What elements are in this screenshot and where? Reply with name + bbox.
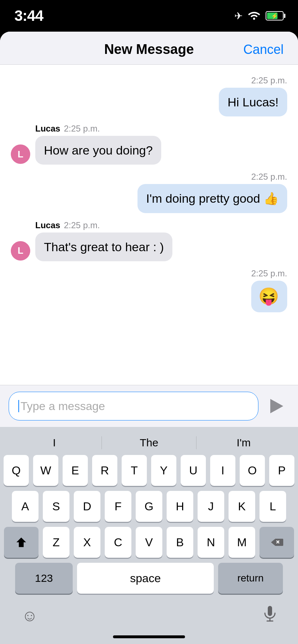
numbers-key[interactable]: 123 xyxy=(15,563,73,594)
home-indicator xyxy=(113,635,185,638)
message-bubble: That's great to hear : ) xyxy=(35,233,172,261)
message-content: Lucas 2:25 p.m. That's great to hear : ) xyxy=(35,220,172,261)
message-meta: 2:25 p.m. xyxy=(137,172,287,182)
emoji-icon[interactable]: ☺ xyxy=(22,607,38,625)
status-time: 3:44 xyxy=(14,7,43,24)
message-time: 2:25 p.m. xyxy=(64,124,100,134)
placeholder-text: Type a message xyxy=(21,400,105,413)
key-q[interactable]: Q xyxy=(4,455,29,486)
backspace-key[interactable] xyxy=(259,527,294,558)
key-w[interactable]: W xyxy=(33,455,58,486)
svg-rect-0 xyxy=(268,606,272,616)
header: New Message Cancel xyxy=(0,32,298,65)
key-o[interactable]: O xyxy=(240,455,265,486)
key-d[interactable]: D xyxy=(74,491,100,522)
message-bubble: 😝 xyxy=(251,281,287,312)
battery-icon: ⚡ xyxy=(266,11,284,20)
predictive-word-1[interactable]: I xyxy=(7,437,101,449)
message-sender: Lucas xyxy=(35,124,60,134)
shift-key[interactable] xyxy=(4,527,39,558)
key-y[interactable]: Y xyxy=(151,455,176,486)
space-key[interactable]: space xyxy=(77,563,214,594)
table-row: L Lucas 2:25 p.m. That's great to hear :… xyxy=(11,220,287,261)
avatar: L xyxy=(11,144,30,164)
status-icons: ✈ ⚡ xyxy=(234,10,284,22)
microphone-icon[interactable] xyxy=(263,605,276,626)
table-row: 2:25 p.m. I'm doing pretty good 👍 xyxy=(11,172,287,213)
key-rows: Q W E R T Y U I O P A S D F G H J K xyxy=(0,455,298,599)
predictive-word-2[interactable]: The xyxy=(102,437,196,449)
key-v[interactable]: V xyxy=(136,527,162,558)
key-f[interactable]: F xyxy=(105,491,131,522)
key-t[interactable]: T xyxy=(122,455,147,486)
message-time: 2:25 p.m. xyxy=(251,172,287,182)
key-n[interactable]: N xyxy=(198,527,224,558)
key-u[interactable]: U xyxy=(181,455,206,486)
send-button[interactable] xyxy=(264,394,289,419)
table-row: 2:25 p.m. Hi Lucas! xyxy=(11,75,287,116)
message-meta: 2:25 p.m. xyxy=(251,268,287,279)
message-content: 2:25 p.m. Hi Lucas! xyxy=(219,75,287,116)
key-row-1: Q W E R T Y U I O P xyxy=(4,455,294,486)
keyboard: I The I'm Q W E R T Y U I O P A xyxy=(0,427,298,644)
wifi-icon xyxy=(248,10,261,22)
chat-area: 2:25 p.m. Hi Lucas! L Lucas 2:25 p.m. Ho… xyxy=(0,65,298,385)
message-time: 2:25 p.m. xyxy=(251,75,287,86)
key-k[interactable]: K xyxy=(229,491,255,522)
message-bubble: I'm doing pretty good 👍 xyxy=(137,184,287,213)
table-row: L Lucas 2:25 p.m. How are you doing? xyxy=(11,124,287,165)
send-arrow-icon xyxy=(270,399,283,413)
cursor xyxy=(18,400,19,412)
key-row-3: Z X C V B N M xyxy=(4,527,294,558)
message-meta: Lucas 2:25 p.m. xyxy=(35,220,172,230)
key-i[interactable]: I xyxy=(210,455,235,486)
avatar: L xyxy=(11,241,30,261)
message-time: 2:25 p.m. xyxy=(251,268,287,279)
key-b[interactable]: B xyxy=(167,527,193,558)
key-x[interactable]: X xyxy=(74,527,100,558)
key-g[interactable]: G xyxy=(136,491,162,522)
message-input-field[interactable]: Type a message xyxy=(9,392,258,420)
message-meta: Lucas 2:25 p.m. xyxy=(35,124,161,134)
key-p[interactable]: P xyxy=(269,455,294,486)
message-bubble: How are you doing? xyxy=(35,136,161,165)
header-title: New Message xyxy=(104,42,194,57)
key-r[interactable]: R xyxy=(92,455,117,486)
key-l[interactable]: L xyxy=(259,491,286,522)
app-container: New Message Cancel 2:25 p.m. Hi Lucas! L… xyxy=(0,32,298,644)
airplane-icon: ✈ xyxy=(234,10,243,22)
message-content: 2:25 p.m. 😝 xyxy=(251,268,287,312)
key-c[interactable]: C xyxy=(105,527,131,558)
cancel-button[interactable]: Cancel xyxy=(243,42,284,57)
predictive-bar: I The I'm xyxy=(0,433,298,455)
key-row-2: A S D F G H J K L xyxy=(4,491,294,522)
key-h[interactable]: H xyxy=(167,491,193,522)
message-sender: Lucas xyxy=(35,220,60,230)
key-row-4: 123 space return xyxy=(4,563,294,594)
status-bar: 3:44 ✈ ⚡ xyxy=(0,0,298,32)
key-s[interactable]: S xyxy=(43,491,69,522)
predictive-word-3[interactable]: I'm xyxy=(197,437,291,449)
key-j[interactable]: J xyxy=(198,491,224,522)
message-time: 2:25 p.m. xyxy=(64,220,100,230)
message-content: Lucas 2:25 p.m. How are you doing? xyxy=(35,124,161,165)
key-e[interactable]: E xyxy=(63,455,88,486)
table-row: 2:25 p.m. 😝 xyxy=(11,268,287,312)
message-bubble: Hi Lucas! xyxy=(219,88,287,116)
key-a[interactable]: A xyxy=(12,491,39,522)
message-input-area: Type a message xyxy=(0,385,298,427)
key-z[interactable]: Z xyxy=(43,527,69,558)
return-key[interactable]: return xyxy=(218,563,283,594)
message-meta: 2:25 p.m. xyxy=(219,75,287,86)
message-content: 2:25 p.m. I'm doing pretty good 👍 xyxy=(137,172,287,213)
key-m[interactable]: M xyxy=(229,527,255,558)
